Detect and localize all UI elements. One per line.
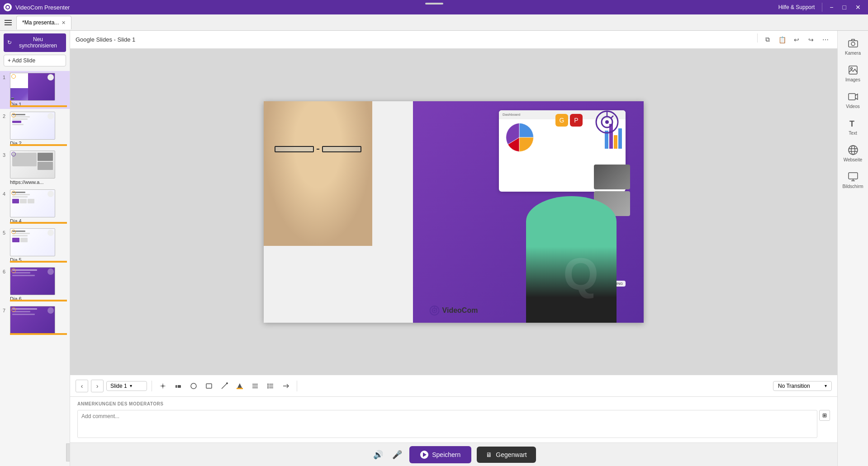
- more-button[interactable]: ⋯: [819, 33, 832, 46]
- slide-icon-3: [11, 152, 16, 156]
- slide-thumb-5: [10, 228, 55, 256]
- slide-yellow-bar-5: [10, 261, 67, 263]
- titlebar-right: Hilfe & Support − □ ✕: [775, 3, 864, 12]
- save-button[interactable]: Speichern: [409, 446, 471, 463]
- transition-label: No Transition: [778, 383, 810, 389]
- slide-thumb-6: [10, 267, 55, 295]
- copy-button[interactable]: ⧉: [761, 33, 774, 46]
- slide-num-6: 6: [3, 269, 8, 274]
- slide-icon-7: [11, 307, 16, 312]
- sidebar-tool-webseite[interactable]: Webseite: [840, 141, 866, 166]
- line-icon: [221, 382, 228, 390]
- prev-slide-button[interactable]: ‹: [76, 380, 88, 392]
- slide-item-7[interactable]: 7: [0, 304, 70, 337]
- slide-item-1[interactable]: 1 📷: [0, 71, 70, 109]
- tab-active[interactable]: *Ma presenta... ×: [16, 16, 71, 29]
- add-slide-button[interactable]: + Add Slide: [4, 55, 66, 66]
- slide-badge-6: [47, 268, 54, 275]
- videos-label: Videos: [846, 104, 859, 109]
- sidebar-tool-videos[interactable]: Videos: [840, 88, 866, 113]
- app-name: VideoCom Presenter: [15, 4, 70, 11]
- center-area: Google Slides - Slide 1 ⧉ 📋 ↩ ↪ ⋯: [70, 31, 837, 466]
- menu-button[interactable]: [2, 16, 14, 29]
- sidebar-tool-bildschirm[interactable]: Bildschirm: [840, 168, 866, 193]
- videos-icon: [848, 91, 859, 102]
- slide-content-4: [10, 190, 55, 217]
- videocom-text: VideoCom: [442, 306, 478, 315]
- sparkle-tool[interactable]: [157, 380, 169, 392]
- arrow-tool[interactable]: [280, 380, 292, 392]
- svg-point-24: [267, 385, 269, 386]
- slide-selector-label: Slide 1: [110, 383, 127, 389]
- rect-tool[interactable]: [203, 380, 215, 392]
- sidebar-tool-images[interactable]: Images: [840, 61, 866, 86]
- svg-point-34: [851, 146, 855, 155]
- svg-rect-16: [237, 388, 243, 389]
- thumb-text-6: [12, 269, 37, 276]
- slide-thumb-7: [10, 306, 55, 334]
- fill-icon: [236, 382, 243, 390]
- toolbar-divider-2: [297, 381, 297, 391]
- slide-item-3[interactable]: 3 https: [0, 149, 70, 187]
- slide-item-5[interactable]: 5: [0, 226, 70, 264]
- images-icon: [848, 65, 859, 75]
- slide-thumb-wrap-3: https://www.a...: [10, 151, 67, 185]
- help-button[interactable]: Hilfe & Support: [775, 4, 819, 10]
- titlebar: VideoCom Presenter Hilfe & Support − □ ✕: [0, 0, 868, 14]
- audio-button[interactable]: 🔊: [371, 448, 385, 461]
- clipboard-button[interactable]: 📋: [776, 33, 788, 46]
- minimize-button[interactable]: −: [826, 3, 837, 11]
- list-icon: [267, 382, 274, 390]
- mic-button[interactable]: 🎤: [390, 448, 404, 461]
- eraser-tool[interactable]: [172, 380, 185, 392]
- thumb-photo-1: [594, 165, 630, 189]
- undo-button[interactable]: ↩: [790, 33, 803, 46]
- slide-item-2[interactable]: 2: [0, 110, 70, 148]
- redo-button[interactable]: ↪: [805, 33, 817, 46]
- thumb-right-3: [38, 153, 53, 178]
- next-slide-button[interactable]: ›: [91, 380, 104, 392]
- thumb-img-3: [12, 153, 37, 166]
- present-button[interactable]: 🖥 Gegenwart: [477, 447, 536, 463]
- tab-close-icon[interactable]: ×: [62, 19, 65, 26]
- icon-badge-1: G: [555, 114, 568, 127]
- transition-selector[interactable]: No Transition ▾: [773, 381, 832, 391]
- collapse-panel-button[interactable]: ‹: [66, 443, 70, 461]
- slide-content-1: 📷: [10, 73, 55, 100]
- titlebar-logo: [4, 3, 12, 11]
- sidebar-tool-camera[interactable]: Kamera: [840, 34, 866, 59]
- slide-thumb-wrap-4: Dia 4: [10, 189, 67, 224]
- slide-item-4[interactable]: 4: [0, 188, 70, 226]
- text-label: Text: [849, 131, 857, 136]
- header-divider-1: [757, 33, 758, 42]
- sync-button[interactable]: ↻ Neu synchronisieren: [4, 33, 66, 52]
- align-tool[interactable]: [249, 380, 261, 392]
- notes-section-title: ANMERKUNGEN DES MODERATORS: [77, 401, 830, 406]
- sidebar-tool-text[interactable]: T Text: [840, 114, 866, 139]
- line-tool[interactable]: [218, 380, 231, 392]
- expand-notes-button[interactable]: ⊞: [819, 410, 830, 421]
- fill-tool[interactable]: [233, 380, 246, 392]
- circle-tool[interactable]: [187, 380, 200, 392]
- svg-rect-31: [849, 94, 855, 100]
- close-button[interactable]: ✕: [852, 3, 864, 11]
- slide-item-6[interactable]: 6: [0, 265, 70, 303]
- slide-num-7: 7: [3, 308, 8, 313]
- webseite-icon: [848, 145, 859, 155]
- header-toolbar: ⧉ 📋 ↩ ↪ ⋯: [755, 33, 832, 46]
- svg-point-30: [850, 68, 852, 70]
- svg-point-2: [434, 310, 436, 311]
- slide-selector[interactable]: Slide 1 ▾: [106, 381, 147, 391]
- maximize-button[interactable]: □: [839, 3, 850, 11]
- list-tool[interactable]: [264, 380, 277, 392]
- titlebar-left: VideoCom Presenter: [4, 3, 70, 11]
- slide-num-2: 2: [3, 113, 8, 119]
- titlebar-logo-inner: [5, 5, 10, 9]
- save-label: Speichern: [432, 451, 460, 458]
- slide-content-6: [10, 268, 55, 295]
- rect-icon: [205, 382, 213, 390]
- tabbar: *Ma presenta... ×: [0, 14, 868, 31]
- videocom-logo-svg: [430, 306, 440, 315]
- slide-yellow-bar-2: [10, 144, 67, 146]
- notes-input[interactable]: [77, 410, 817, 438]
